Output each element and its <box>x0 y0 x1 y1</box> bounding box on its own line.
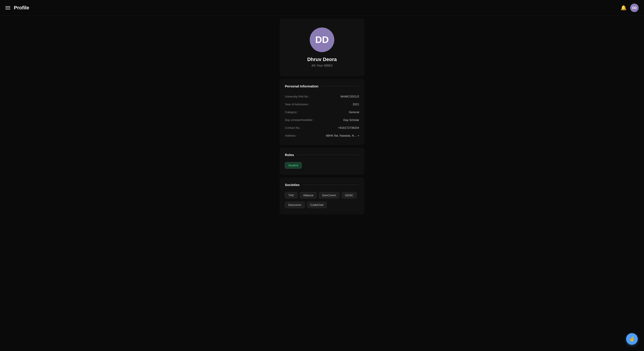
society-badge-alliance: Alliance <box>300 192 317 198</box>
personal-info-divider <box>321 86 359 86</box>
table-row: University Roll No. : MAMC/2021/2 <box>285 92 359 100</box>
roles-title: Roles <box>285 153 294 157</box>
category-label: Category : <box>285 110 298 114</box>
fab-button[interactable]: ☝ <box>626 333 638 345</box>
scholar-value: Day Scholar <box>343 118 359 122</box>
roles-badges: Student <box>285 161 359 170</box>
contact-label: Contact No. : <box>285 126 302 130</box>
profile-container: DD Dhruv Deora 4th Year MBBS Personal In… <box>280 16 364 217</box>
profile-subtitle: 4th Year MBBS <box>312 64 333 67</box>
user-avatar-button[interactable]: DD <box>630 4 639 12</box>
societies-header: Societies <box>285 183 359 187</box>
societies-card: Societies THC Alliance DevComm GDSC Devc… <box>280 178 364 214</box>
university-roll-value: MAMC/2021/2 <box>340 95 359 98</box>
roles-divider <box>297 155 359 155</box>
table-row: Day scholar/Hosteller : Day Scholar <box>285 116 359 124</box>
societies-badges: THC Alliance DevComm GDSC Devcomm CodeCh… <box>285 191 359 209</box>
society-badge-gdsc: GDSC <box>342 192 357 198</box>
table-row: Contact No. : +918172738204 <box>285 124 359 132</box>
societies-divider <box>302 185 359 185</box>
year-admission-value: 2021 <box>353 102 359 106</box>
header-left: Profile <box>5 5 29 11</box>
roles-card: Roles Student <box>280 148 364 175</box>
role-badge-student: Student <box>285 162 302 168</box>
year-admission-label: Year of Admission : <box>285 102 310 106</box>
profile-card: DD Dhruv Deora 4th Year MBBS <box>280 18 364 76</box>
society-badge-thc: THC <box>285 192 298 198</box>
society-badge-devcomm2: Devcomm <box>285 202 305 208</box>
main-content: DD Dhruv Deora 4th Year MBBS Personal In… <box>0 16 644 217</box>
scholar-label: Day scholar/Hosteller : <box>285 118 314 122</box>
table-row: Year of Admission : 2021 <box>285 100 359 108</box>
personal-info-card: Personal Information University Roll No.… <box>280 79 364 145</box>
page-title: Profile <box>14 5 29 11</box>
profile-name: Dhruv Deora <box>307 56 337 62</box>
category-value: General <box>349 110 359 114</box>
app-header: Profile 🔔 DD <box>0 0 644 16</box>
roles-header: Roles <box>285 153 359 157</box>
header-right: 🔔 DD <box>620 4 639 12</box>
table-row[interactable]: Address : 4BHK flat, Nawada, N... ▾ <box>285 132 359 140</box>
notification-bell-icon[interactable]: 🔔 <box>620 5 626 11</box>
societies-title: Societies <box>285 183 300 187</box>
address-value[interactable]: 4BHK flat, Nawada, N... ▾ <box>326 134 359 137</box>
personal-info-header: Personal Information <box>285 84 359 88</box>
menu-icon[interactable] <box>5 6 10 10</box>
table-row: Category : General <box>285 108 359 116</box>
university-roll-label: University Roll No. : <box>285 95 310 98</box>
society-badge-devcomm: DevComm <box>319 192 339 198</box>
contact-value: +918172738204 <box>338 126 359 130</box>
address-label: Address : <box>285 134 297 137</box>
avatar: DD <box>310 28 334 52</box>
chevron-down-icon: ▾ <box>358 134 359 137</box>
hand-pointer-icon: ☝ <box>629 336 635 342</box>
personal-info-title: Personal Information <box>285 84 318 88</box>
society-badge-codechef: CodeChef <box>307 202 327 208</box>
